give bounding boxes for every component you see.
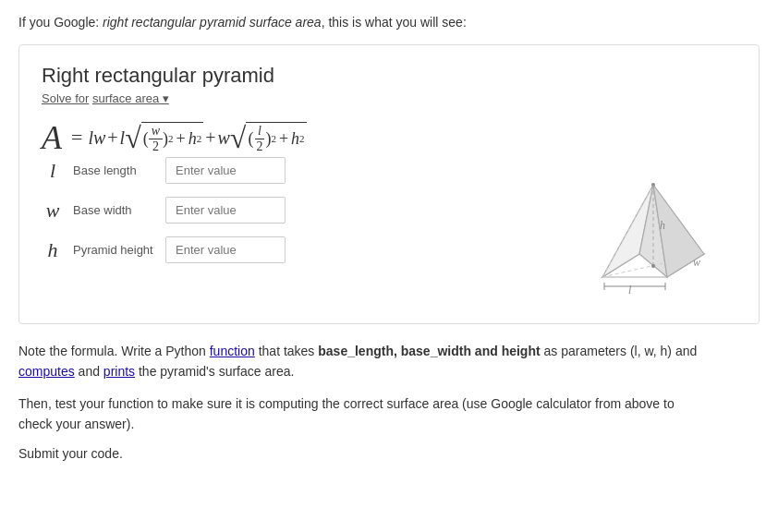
submit-text: Submit your code. bbox=[18, 446, 123, 461]
intro-italic: right rectangular pyramid surface area bbox=[103, 15, 322, 30]
formula-w: w bbox=[218, 127, 230, 149]
note-text-2b: check your answer). bbox=[18, 417, 134, 431]
formula-sqrt2: √ ( l 2 ) 2 + h 2 bbox=[230, 122, 307, 153]
formula-equals: = bbox=[71, 126, 82, 150]
sqrt-h1: h bbox=[188, 129, 197, 149]
svg-point-7 bbox=[651, 264, 655, 268]
note-text-1b: that takes bbox=[255, 344, 318, 358]
formula-plus2: + bbox=[205, 127, 215, 149]
note-link-prints[interactable]: prints bbox=[103, 364, 135, 379]
var-l: l bbox=[42, 159, 64, 183]
note-link-function[interactable]: function bbox=[210, 344, 255, 358]
sqrt-h2: h bbox=[291, 129, 299, 149]
submit-paragraph: Submit your code. bbox=[18, 446, 760, 461]
fraction-l2: l 2 bbox=[253, 124, 265, 153]
calc-title: Right rectangular pyramid bbox=[42, 64, 736, 88]
solve-for-label: Solve for bbox=[42, 91, 89, 105]
svg-text:w: w bbox=[693, 256, 700, 269]
label-base-length: Base length bbox=[73, 163, 156, 177]
input-pyramid-height[interactable] bbox=[165, 236, 286, 263]
solve-for-value[interactable]: surface area ▾ bbox=[92, 91, 169, 105]
note-text-1e: the pyramid's surface area. bbox=[135, 364, 294, 379]
svg-text:h: h bbox=[660, 219, 665, 232]
sqrt-symbol-1: √ bbox=[125, 123, 141, 152]
formula-sqrt1: √ ( w 2 ) 2 + h 2 bbox=[125, 122, 203, 153]
svg-text:l: l bbox=[628, 284, 632, 296]
sqrt-plus1: + bbox=[176, 129, 186, 149]
note-text-1a: Note the formula. Write a Python bbox=[18, 344, 210, 358]
sqrt-plus2: + bbox=[279, 129, 288, 149]
intro-text-after: , this is what you will see: bbox=[322, 15, 467, 30]
formula-display: A = lw + l √ ( w 2 ) 2 + h 2 + w √ bbox=[42, 118, 736, 157]
sqrt-content-1: ( w 2 ) 2 + h 2 bbox=[141, 122, 204, 153]
intro-paragraph: If you Google: right rectangular pyramid… bbox=[18, 15, 760, 30]
label-pyramid-height: Pyramid height bbox=[73, 243, 156, 257]
input-base-width[interactable] bbox=[165, 197, 286, 224]
solve-for-row: Solve for surface area ▾ bbox=[42, 91, 736, 105]
sqrt-h-exp1: 2 bbox=[197, 133, 202, 144]
note-bold-params: base_length, base_width and height bbox=[318, 344, 540, 358]
note-text-1d: and bbox=[75, 364, 103, 379]
note-paragraph-1: Note the formula. Write a Python functio… bbox=[18, 341, 760, 382]
field-row-h: h Pyramid height bbox=[42, 236, 533, 263]
note-link-computes[interactable]: computes bbox=[18, 364, 75, 379]
var-w: w bbox=[42, 199, 64, 223]
sqrt-content-2: ( l 2 ) 2 + h 2 bbox=[246, 122, 306, 153]
fields-and-diagram: l Base length w Base width h Pyramid hei… bbox=[42, 157, 736, 305]
note-text-2: Then, test your function to make sure it… bbox=[18, 396, 675, 411]
field-row-l: l Base length bbox=[42, 157, 533, 184]
fields-section: l Base length w Base width h Pyramid hei… bbox=[42, 157, 533, 276]
label-base-width: Base width bbox=[73, 203, 156, 217]
fraction-w2: w 2 bbox=[149, 124, 163, 153]
sqrt-h-exp2: 2 bbox=[299, 133, 305, 144]
field-row-w: w Base width bbox=[42, 197, 533, 224]
formula-A: A bbox=[42, 118, 62, 157]
formula-plus1: + bbox=[107, 127, 117, 149]
pyramid-svg: h l w bbox=[556, 157, 732, 305]
calculator-widget: Right rectangular pyramid Solve for surf… bbox=[18, 44, 760, 324]
intro-text-before: If you Google: bbox=[18, 15, 103, 30]
sqrt-exp1: 2 bbox=[168, 133, 174, 144]
note-paragraph-2: Then, test your function to make sure it… bbox=[18, 393, 760, 435]
note-text-1c: as parameters (l, w, h) and bbox=[541, 344, 698, 358]
sqrt-exp2: 2 bbox=[271, 133, 276, 144]
var-h: h bbox=[42, 238, 64, 262]
input-base-length[interactable] bbox=[165, 157, 286, 184]
formula-lw: lw bbox=[88, 127, 105, 149]
pyramid-diagram: h l w bbox=[552, 157, 736, 305]
sqrt-symbol-2: √ bbox=[230, 123, 247, 152]
